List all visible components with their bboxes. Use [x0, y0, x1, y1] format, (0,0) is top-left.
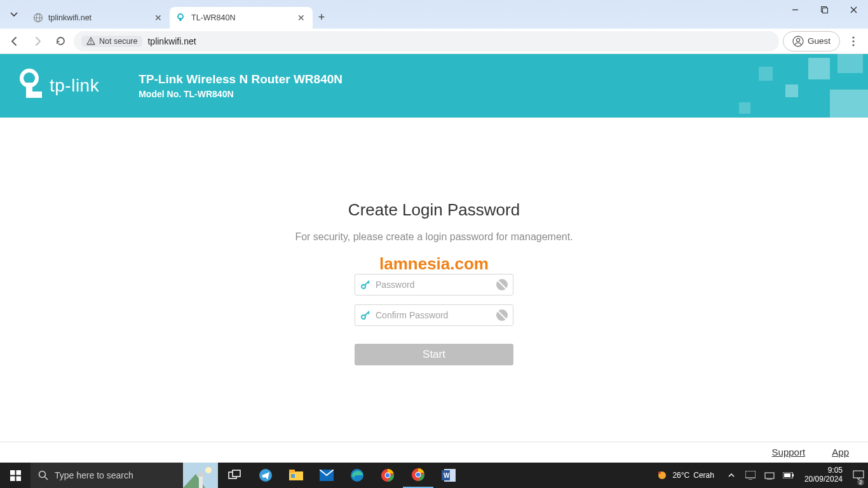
new-tab-button[interactable]: + [313, 8, 330, 26]
tray-network-icon[interactable] [763, 463, 776, 488]
tab-tlwr840n[interactable]: TL-WR840N ✕ [170, 7, 313, 29]
profile-button[interactable]: Guest [783, 31, 840, 51]
svg-point-31 [205, 467, 212, 473]
tab-title: TL-WR840N [191, 13, 235, 22]
taskbar-app-word[interactable]: W [433, 463, 464, 488]
svg-point-12 [852, 36, 854, 38]
weather-desc: Cerah [693, 471, 714, 480]
reload-button[interactable] [51, 32, 70, 51]
router-model: Model No. TL-WR840N [139, 89, 342, 99]
tray-time: 9:05 [804, 466, 843, 475]
tab-title: tplinkwifi.net [48, 13, 92, 22]
system-tray: 26°C Cerah 9:05 20/09/2024 [651, 463, 868, 488]
start-menu-button[interactable] [0, 463, 31, 488]
svg-line-29 [45, 477, 48, 480]
security-chip[interactable]: Not secure [81, 36, 142, 47]
svg-rect-27 [16, 476, 21, 481]
svg-rect-25 [16, 470, 21, 475]
header-decoration [728, 54, 868, 118]
tray-date: 20/09/2024 [804, 475, 843, 484]
page-footer: Support App [748, 447, 849, 458]
confirm-password-field-wrap [355, 304, 513, 326]
security-label: Not secure [99, 37, 137, 46]
svg-rect-16 [26, 83, 32, 98]
login-area: Create Login Password For security, plea… [0, 200, 868, 365]
tplink-logo-icon [18, 69, 43, 103]
svg-point-54 [658, 471, 661, 474]
brand: tp-link [18, 69, 99, 103]
window-minimize-button[interactable] [780, 0, 810, 19]
svg-point-49 [416, 473, 421, 477]
taskbar-app-telegram[interactable] [250, 463, 281, 488]
svg-rect-7 [822, 8, 827, 13]
taskbar-app-chrome-2[interactable] [403, 463, 433, 488]
svg-rect-33 [199, 475, 203, 488]
key-icon [360, 310, 370, 320]
task-view-button[interactable] [220, 463, 250, 488]
taskbar-search[interactable]: Type here to search [31, 463, 218, 488]
svg-point-11 [796, 38, 799, 41]
taskbar-pinned: W [220, 463, 464, 488]
toggle-password-visibility[interactable] [496, 279, 508, 290]
login-heading: Create Login Password [0, 200, 868, 220]
warning-icon [86, 37, 95, 46]
tray-clock[interactable]: 9:05 20/09/2024 [801, 466, 846, 484]
password-field[interactable] [376, 280, 491, 290]
tab-close-button[interactable]: ✕ [153, 13, 163, 23]
browser-toolbar: Not secure tplinkwifi.net Guest [0, 29, 868, 54]
tray-overflow-button[interactable] [724, 463, 738, 488]
taskbar-app-explorer[interactable] [281, 463, 311, 488]
globe-icon [33, 13, 43, 23]
svg-point-46 [386, 473, 390, 478]
page-content: tp-link TP-Link Wireless N Router WR840N… [0, 54, 868, 463]
tray-input-indicator[interactable] [743, 463, 757, 488]
sun-icon [656, 469, 668, 482]
tab-close-button[interactable]: ✕ [296, 13, 306, 23]
search-icon [38, 470, 48, 480]
toggle-confirm-visibility[interactable] [496, 309, 508, 321]
footer-divider [0, 442, 868, 442]
back-button[interactable] [5, 32, 24, 51]
support-link[interactable]: Support [772, 447, 806, 458]
svg-rect-4 [179, 18, 181, 21]
url-text: tplinkwifi.net [147, 36, 196, 46]
tab-search-button[interactable] [5, 6, 23, 24]
taskbar-app-edge[interactable] [342, 463, 372, 488]
search-highlight-icon [183, 463, 218, 488]
taskbar-app-mail[interactable] [311, 463, 342, 488]
svg-rect-17 [32, 92, 42, 98]
taskbar-app-chrome-1[interactable] [372, 463, 403, 488]
windows-icon [10, 470, 21, 481]
profile-label: Guest [808, 36, 831, 46]
weather-widget[interactable]: 26°C Cerah [651, 469, 719, 482]
login-subheading: For security, please create a login pass… [0, 231, 868, 243]
svg-rect-60 [792, 474, 794, 477]
browser-tabstrip: tplinkwifi.net ✕ TL-WR840N ✕ + [0, 0, 868, 29]
confirm-password-field[interactable] [376, 310, 491, 320]
svg-point-9 [90, 43, 92, 44]
svg-rect-61 [784, 473, 790, 477]
svg-line-23 [368, 313, 369, 314]
start-button[interactable]: Start [355, 344, 513, 365]
svg-rect-57 [765, 473, 774, 478]
action-center-button[interactable] [851, 463, 865, 488]
router-title: TP-Link Wireless N Router WR840N [139, 72, 342, 86]
browser-menu-button[interactable] [844, 32, 863, 51]
address-bar[interactable]: Not secure tplinkwifi.net [74, 31, 779, 51]
svg-point-14 [852, 44, 854, 46]
window-maximize-button[interactable] [810, 0, 839, 19]
start-button-label: Start [423, 348, 445, 361]
app-link[interactable]: App [832, 447, 849, 458]
svg-rect-36 [233, 470, 240, 477]
svg-rect-62 [853, 471, 864, 478]
taskbar-search-placeholder: Type here to search [55, 470, 133, 480]
router-title-block: TP-Link Wireless N Router WR840N Model N… [139, 72, 342, 99]
tab-tplinkwifi[interactable]: tplinkwifi.net ✕ [27, 7, 170, 29]
window-controls [780, 0, 868, 19]
forward-button[interactable] [28, 32, 47, 51]
window-close-button[interactable] [839, 0, 868, 19]
tray-battery-icon[interactable] [782, 463, 796, 488]
person-icon [792, 36, 804, 47]
key-icon [360, 280, 370, 290]
svg-rect-26 [10, 476, 15, 481]
